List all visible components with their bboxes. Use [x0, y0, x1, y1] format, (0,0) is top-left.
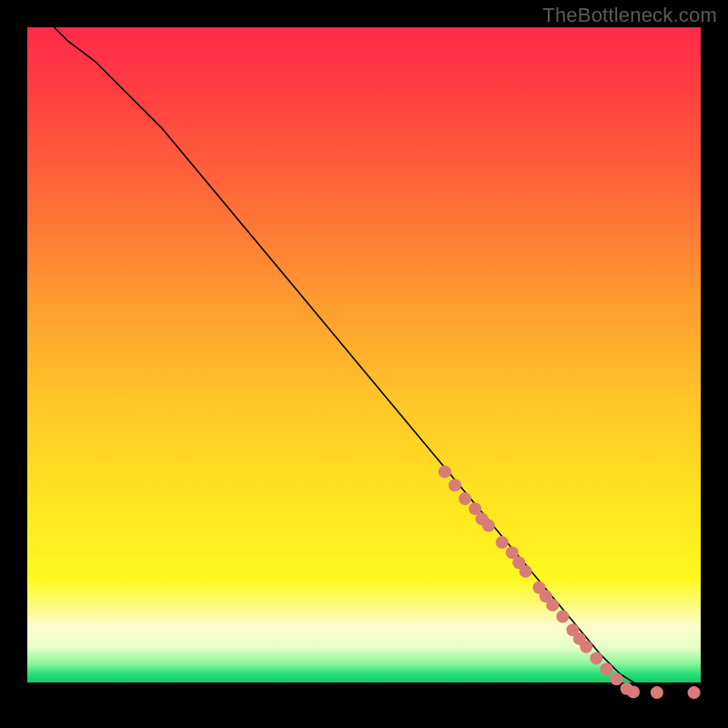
- data-point: [546, 599, 559, 612]
- data-point: [600, 662, 612, 675]
- plot-area: [27, 27, 701, 701]
- data-point: [496, 536, 509, 549]
- data-point: [627, 685, 640, 698]
- chart-frame: TheBottleneck.com: [0, 0, 728, 728]
- curve-line: [55, 27, 701, 693]
- data-point: [688, 686, 701, 699]
- data-point: [482, 520, 495, 532]
- chart-svg: [27, 27, 701, 701]
- data-point: [651, 686, 663, 699]
- data-point: [459, 492, 471, 505]
- data-point: [611, 672, 623, 685]
- data-point: [520, 565, 532, 578]
- watermark-text: TheBottleneck.com: [542, 4, 717, 27]
- scatter-dots: [439, 465, 701, 699]
- data-point: [556, 611, 569, 623]
- data-point: [439, 465, 451, 478]
- data-point: [449, 479, 461, 491]
- data-point: [580, 641, 592, 653]
- data-point: [590, 652, 602, 664]
